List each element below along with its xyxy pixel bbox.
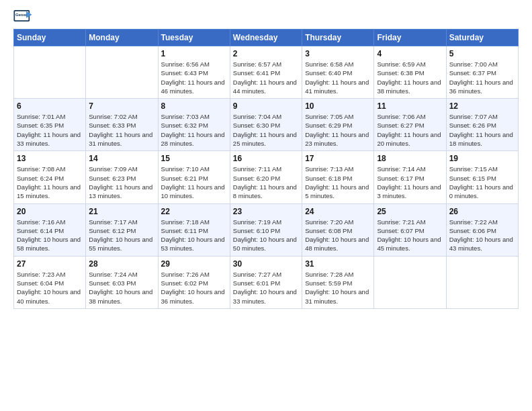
calendar-cell: 1Sunrise: 6:56 AM Sunset: 6:43 PM Daylig…	[158, 46, 230, 99]
day-number: 22	[161, 207, 227, 216]
day-number: 5	[449, 49, 515, 58]
calendar-week-row: 20Sunrise: 7:16 AM Sunset: 6:14 PM Dayli…	[14, 203, 519, 256]
day-number: 20	[17, 207, 83, 216]
day-info: Sunrise: 7:14 AM Sunset: 6:17 PM Dayligh…	[377, 165, 443, 200]
calendar-cell	[446, 256, 518, 308]
day-info: Sunrise: 7:10 AM Sunset: 6:21 PM Dayligh…	[161, 165, 227, 200]
calendar-cell: 31Sunrise: 7:28 AM Sunset: 5:59 PM Dayli…	[302, 256, 374, 308]
day-info: Sunrise: 7:23 AM Sunset: 6:04 PM Dayligh…	[17, 270, 83, 306]
calendar-cell: 7Sunrise: 7:02 AM Sunset: 6:33 PM Daylig…	[86, 99, 158, 151]
calendar-cell: 12Sunrise: 7:07 AM Sunset: 6:26 PM Dayli…	[446, 99, 518, 151]
day-info: Sunrise: 7:13 AM Sunset: 6:18 PM Dayligh…	[305, 165, 371, 200]
calendar-cell	[86, 46, 158, 99]
day-info: Sunrise: 7:03 AM Sunset: 6:32 PM Dayligh…	[161, 112, 227, 148]
weekday-header: Friday	[374, 30, 446, 46]
calendar-cell: 28Sunrise: 7:24 AM Sunset: 6:03 PM Dayli…	[86, 256, 158, 308]
weekday-header: Monday	[86, 30, 158, 46]
day-info: Sunrise: 7:21 AM Sunset: 6:07 PM Dayligh…	[377, 218, 443, 253]
day-number: 27	[17, 259, 83, 269]
day-info: Sunrise: 7:02 AM Sunset: 6:33 PM Dayligh…	[89, 112, 154, 148]
calendar-cell: 15Sunrise: 7:10 AM Sunset: 6:21 PM Dayli…	[158, 151, 230, 203]
calendar-cell: 19Sunrise: 7:15 AM Sunset: 6:15 PM Dayli…	[446, 151, 518, 203]
calendar-cell: 17Sunrise: 7:13 AM Sunset: 6:18 PM Dayli…	[302, 151, 374, 203]
weekday-header: Wednesday	[230, 30, 302, 46]
calendar-cell: 26Sunrise: 7:22 AM Sunset: 6:06 PM Dayli…	[446, 203, 518, 256]
calendar-cell: 20Sunrise: 7:16 AM Sunset: 6:14 PM Dayli…	[14, 203, 86, 256]
day-number: 8	[161, 101, 227, 111]
calendar-cell: 27Sunrise: 7:23 AM Sunset: 6:04 PM Dayli…	[14, 256, 86, 308]
day-number: 28	[89, 259, 154, 269]
day-number: 15	[161, 154, 227, 163]
day-number: 31	[305, 259, 371, 269]
day-info: Sunrise: 7:16 AM Sunset: 6:14 PM Dayligh…	[17, 218, 83, 253]
day-info: Sunrise: 7:04 AM Sunset: 6:30 PM Dayligh…	[233, 112, 299, 148]
calendar-cell: 9Sunrise: 7:04 AM Sunset: 6:30 PM Daylig…	[230, 99, 302, 151]
calendar-week-row: 1Sunrise: 6:56 AM Sunset: 6:43 PM Daylig…	[14, 46, 519, 99]
calendar-cell: 22Sunrise: 7:18 AM Sunset: 6:11 PM Dayli…	[158, 203, 230, 256]
weekday-header: Saturday	[446, 30, 518, 46]
day-number: 6	[17, 101, 83, 111]
day-number: 26	[449, 207, 515, 216]
day-number: 17	[305, 154, 371, 163]
calendar-cell: 13Sunrise: 7:08 AM Sunset: 6:24 PM Dayli…	[14, 151, 86, 203]
day-number: 14	[89, 154, 154, 163]
day-info: Sunrise: 7:05 AM Sunset: 6:29 PM Dayligh…	[305, 112, 371, 148]
day-info: Sunrise: 7:00 AM Sunset: 6:37 PM Dayligh…	[449, 60, 515, 95]
calendar-week-row: 27Sunrise: 7:23 AM Sunset: 6:04 PM Dayli…	[14, 256, 519, 308]
calendar-cell: 18Sunrise: 7:14 AM Sunset: 6:17 PM Dayli…	[374, 151, 446, 203]
header: General	[13, 10, 519, 25]
day-info: Sunrise: 7:26 AM Sunset: 6:02 PM Dayligh…	[161, 270, 227, 306]
day-number: 7	[89, 101, 154, 111]
day-number: 24	[305, 207, 371, 216]
day-info: Sunrise: 6:59 AM Sunset: 6:38 PM Dayligh…	[377, 60, 443, 95]
calendar-cell: 21Sunrise: 7:17 AM Sunset: 6:12 PM Dayli…	[86, 203, 158, 256]
day-info: Sunrise: 7:24 AM Sunset: 6:03 PM Dayligh…	[89, 270, 154, 306]
day-info: Sunrise: 6:57 AM Sunset: 6:41 PM Dayligh…	[233, 60, 299, 95]
day-info: Sunrise: 7:17 AM Sunset: 6:12 PM Dayligh…	[89, 218, 154, 253]
day-info: Sunrise: 6:56 AM Sunset: 6:43 PM Dayligh…	[161, 60, 227, 95]
day-number: 10	[305, 101, 371, 111]
day-info: Sunrise: 7:06 AM Sunset: 6:27 PM Dayligh…	[377, 112, 443, 148]
logo: General	[13, 10, 35, 25]
day-number: 1	[161, 49, 227, 58]
calendar-header: SundayMondayTuesdayWednesdayThursdayFrid…	[14, 30, 519, 46]
day-number: 30	[233, 259, 299, 269]
day-number: 19	[449, 154, 515, 163]
weekday-header: Thursday	[302, 30, 374, 46]
weekday-row: SundayMondayTuesdayWednesdayThursdayFrid…	[14, 30, 519, 46]
day-number: 23	[233, 207, 299, 216]
day-info: Sunrise: 7:15 AM Sunset: 6:15 PM Dayligh…	[449, 165, 515, 200]
day-info: Sunrise: 6:58 AM Sunset: 6:40 PM Dayligh…	[305, 60, 371, 95]
day-number: 18	[377, 154, 443, 163]
calendar-cell: 11Sunrise: 7:06 AM Sunset: 6:27 PM Dayli…	[374, 99, 446, 151]
day-number: 4	[377, 49, 443, 58]
calendar-cell	[14, 46, 86, 99]
day-info: Sunrise: 7:18 AM Sunset: 6:11 PM Dayligh…	[161, 218, 227, 253]
weekday-header: Sunday	[14, 30, 86, 46]
day-info: Sunrise: 7:09 AM Sunset: 6:23 PM Dayligh…	[89, 165, 154, 200]
day-info: Sunrise: 7:01 AM Sunset: 6:35 PM Dayligh…	[17, 112, 83, 148]
calendar-body: 1Sunrise: 6:56 AM Sunset: 6:43 PM Daylig…	[14, 46, 519, 309]
calendar-cell: 4Sunrise: 6:59 AM Sunset: 6:38 PM Daylig…	[374, 46, 446, 99]
calendar-cell: 6Sunrise: 7:01 AM Sunset: 6:35 PM Daylig…	[14, 99, 86, 151]
day-number: 12	[449, 101, 515, 111]
calendar-cell: 16Sunrise: 7:11 AM Sunset: 6:20 PM Dayli…	[230, 151, 302, 203]
calendar-cell: 5Sunrise: 7:00 AM Sunset: 6:37 PM Daylig…	[446, 46, 518, 99]
calendar-cell: 30Sunrise: 7:27 AM Sunset: 6:01 PM Dayli…	[230, 256, 302, 308]
day-number: 13	[17, 154, 83, 163]
day-info: Sunrise: 7:07 AM Sunset: 6:26 PM Dayligh…	[449, 112, 515, 148]
day-info: Sunrise: 7:11 AM Sunset: 6:20 PM Dayligh…	[233, 165, 299, 200]
calendar-cell: 3Sunrise: 6:58 AM Sunset: 6:40 PM Daylig…	[302, 46, 374, 99]
calendar-cell: 29Sunrise: 7:26 AM Sunset: 6:02 PM Dayli…	[158, 256, 230, 308]
day-info: Sunrise: 7:28 AM Sunset: 5:59 PM Dayligh…	[305, 270, 371, 306]
day-number: 11	[377, 101, 443, 111]
day-number: 21	[89, 207, 154, 216]
day-number: 3	[305, 49, 371, 58]
day-info: Sunrise: 7:20 AM Sunset: 6:08 PM Dayligh…	[305, 218, 371, 253]
weekday-header: Tuesday	[158, 30, 230, 46]
calendar-cell: 14Sunrise: 7:09 AM Sunset: 6:23 PM Dayli…	[86, 151, 158, 203]
day-number: 2	[233, 49, 299, 58]
calendar-cell: 2Sunrise: 6:57 AM Sunset: 6:41 PM Daylig…	[230, 46, 302, 99]
calendar-cell: 23Sunrise: 7:19 AM Sunset: 6:10 PM Dayli…	[230, 203, 302, 256]
calendar-week-row: 13Sunrise: 7:08 AM Sunset: 6:24 PM Dayli…	[14, 151, 519, 203]
